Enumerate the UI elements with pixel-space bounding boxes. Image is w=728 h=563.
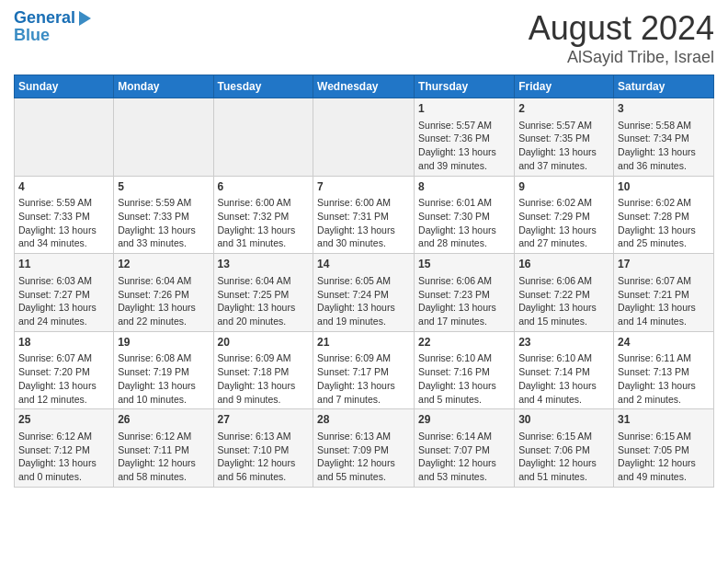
day-info: Daylight: 13 hours and 28 minutes. (418, 224, 510, 250)
day-info: Daylight: 13 hours and 37 minutes. (518, 145, 609, 172)
day-info: Sunrise: 6:09 AM (317, 351, 410, 365)
calendar-cell: 26Sunrise: 6:12 AMSunset: 7:11 PMDayligh… (114, 409, 213, 488)
day-number: 7 (317, 179, 410, 195)
day-info: Sunrise: 6:04 AM (118, 274, 209, 288)
calendar-subtitle: AlSayid Tribe, Israel (529, 48, 714, 67)
day-info: Sunset: 7:25 PM (218, 288, 310, 302)
calendar-cell: 2Sunrise: 5:57 AMSunset: 7:35 PMDaylight… (515, 98, 614, 177)
day-info: Sunrise: 6:14 AM (418, 430, 510, 443)
day-info: Daylight: 13 hours and 20 minutes. (218, 301, 310, 327)
day-info: Sunrise: 6:06 AM (418, 274, 510, 288)
day-number: 13 (218, 257, 310, 272)
day-info: Sunset: 7:13 PM (618, 365, 710, 379)
calendar-cell: 6Sunrise: 6:00 AMSunset: 7:32 PMDaylight… (213, 176, 313, 254)
day-info: Sunset: 7:10 PM (218, 443, 310, 457)
calendar-cell: 29Sunrise: 6:14 AMSunset: 7:07 PMDayligh… (415, 409, 515, 488)
day-info: Sunrise: 6:02 AM (618, 196, 710, 210)
calendar-cell: 17Sunrise: 6:07 AMSunset: 7:21 PMDayligh… (614, 254, 714, 332)
calendar-cell: 5Sunrise: 5:59 AMSunset: 7:33 PMDaylight… (114, 176, 213, 254)
calendar-cell: 4Sunrise: 5:59 AMSunset: 7:33 PMDaylight… (15, 176, 114, 254)
day-info: Daylight: 13 hours and 36 minutes. (618, 145, 710, 172)
calendar-cell: 19Sunrise: 6:08 AMSunset: 7:19 PMDayligh… (114, 331, 213, 409)
day-number: 29 (418, 412, 510, 428)
day-info: Sunset: 7:21 PM (618, 288, 710, 302)
day-info: Sunset: 7:35 PM (518, 132, 609, 145)
day-info: Sunset: 7:11 PM (118, 443, 209, 457)
calendar-cell: 31Sunrise: 6:15 AMSunset: 7:05 PMDayligh… (614, 409, 714, 488)
day-info: Sunrise: 6:13 AM (317, 430, 410, 443)
day-number: 5 (118, 179, 209, 195)
day-info: Sunset: 7:28 PM (618, 210, 710, 224)
day-number: 1 (418, 101, 510, 117)
calendar-title: August 2024 (529, 9, 714, 48)
day-info: Daylight: 13 hours and 7 minutes. (317, 379, 410, 406)
day-info: Sunset: 7:12 PM (18, 443, 109, 457)
calendar-cell: 16Sunrise: 6:06 AMSunset: 7:22 PMDayligh… (515, 254, 614, 332)
day-number: 15 (418, 257, 510, 272)
day-info: Sunset: 7:33 PM (18, 210, 109, 224)
calendar-cell: 30Sunrise: 6:15 AMSunset: 7:06 PMDayligh… (515, 409, 614, 488)
day-number: 20 (218, 335, 310, 350)
day-number: 19 (118, 335, 209, 350)
calendar-cell: 15Sunrise: 6:06 AMSunset: 7:23 PMDayligh… (415, 254, 515, 332)
day-info: Daylight: 13 hours and 12 minutes. (18, 379, 109, 406)
week-row-3: 11Sunrise: 6:03 AMSunset: 7:27 PMDayligh… (15, 254, 714, 332)
day-info: Sunset: 7:05 PM (618, 443, 710, 457)
day-info: Daylight: 13 hours and 14 minutes. (618, 301, 710, 327)
day-info: Daylight: 13 hours and 30 minutes. (317, 224, 410, 250)
calendar-cell (114, 98, 213, 177)
day-number: 4 (18, 179, 109, 195)
calendar-cell: 25Sunrise: 6:12 AMSunset: 7:12 PMDayligh… (15, 409, 114, 488)
day-info: Sunrise: 6:10 AM (518, 351, 609, 365)
day-info: Daylight: 12 hours and 58 minutes. (118, 456, 209, 483)
day-info: Daylight: 12 hours and 49 minutes. (618, 456, 710, 483)
weekday-header-thursday: Thursday (415, 75, 515, 98)
day-info: Daylight: 13 hours and 0 minutes. (18, 456, 109, 483)
calendar-cell: 28Sunrise: 6:13 AMSunset: 7:09 PMDayligh… (313, 409, 415, 488)
day-number: 9 (518, 179, 609, 195)
day-number: 3 (618, 101, 710, 117)
calendar-cell: 22Sunrise: 6:10 AMSunset: 7:16 PMDayligh… (415, 331, 515, 409)
day-number: 27 (218, 412, 310, 428)
day-info: Sunrise: 6:15 AM (518, 430, 609, 443)
page-header: General Blue August 2024 AlSayid Tribe, … (14, 9, 714, 67)
day-number: 28 (317, 412, 410, 428)
day-info: Sunrise: 6:00 AM (317, 196, 410, 210)
day-info: Sunset: 7:20 PM (18, 365, 109, 379)
day-info: Daylight: 13 hours and 31 minutes. (218, 224, 310, 250)
calendar-cell: 18Sunrise: 6:07 AMSunset: 7:20 PMDayligh… (15, 331, 114, 409)
calendar-cell: 11Sunrise: 6:03 AMSunset: 7:27 PMDayligh… (15, 254, 114, 332)
day-info: Daylight: 13 hours and 27 minutes. (518, 224, 609, 250)
calendar-cell: 12Sunrise: 6:04 AMSunset: 7:26 PMDayligh… (114, 254, 213, 332)
title-block: August 2024 AlSayid Tribe, Israel (529, 9, 714, 67)
day-info: Sunset: 7:24 PM (317, 288, 410, 302)
day-info: Daylight: 12 hours and 56 minutes. (218, 456, 310, 483)
week-row-1: 1Sunrise: 5:57 AMSunset: 7:36 PMDaylight… (15, 98, 714, 177)
day-number: 25 (18, 412, 109, 428)
day-info: Daylight: 13 hours and 34 minutes. (18, 224, 109, 250)
day-number: 2 (518, 101, 609, 117)
day-info: Sunrise: 5:59 AM (118, 196, 209, 210)
day-number: 8 (418, 179, 510, 195)
day-info: Daylight: 12 hours and 53 minutes. (418, 456, 510, 483)
day-number: 26 (118, 412, 209, 428)
calendar-cell (15, 98, 114, 177)
day-info: Sunrise: 6:12 AM (118, 430, 209, 443)
logo-blue: Blue (14, 26, 50, 45)
day-info: Daylight: 13 hours and 39 minutes. (418, 145, 510, 172)
calendar-cell: 27Sunrise: 6:13 AMSunset: 7:10 PMDayligh… (213, 409, 313, 488)
day-info: Sunrise: 6:07 AM (618, 274, 710, 288)
day-info: Daylight: 13 hours and 5 minutes. (418, 379, 510, 406)
weekday-header-monday: Monday (114, 75, 213, 98)
day-info: Sunrise: 6:05 AM (317, 274, 410, 288)
day-info: Sunset: 7:19 PM (118, 365, 209, 379)
day-info: Sunset: 7:32 PM (218, 210, 310, 224)
week-row-2: 4Sunrise: 5:59 AMSunset: 7:33 PMDaylight… (15, 176, 714, 254)
calendar-cell: 23Sunrise: 6:10 AMSunset: 7:14 PMDayligh… (515, 331, 614, 409)
day-info: Sunrise: 6:04 AM (218, 274, 310, 288)
calendar-cell: 3Sunrise: 5:58 AMSunset: 7:34 PMDaylight… (614, 98, 714, 177)
day-number: 31 (618, 412, 710, 428)
weekday-header-sunday: Sunday (15, 75, 114, 98)
day-number: 23 (518, 335, 609, 350)
day-info: Sunrise: 6:11 AM (618, 351, 710, 365)
